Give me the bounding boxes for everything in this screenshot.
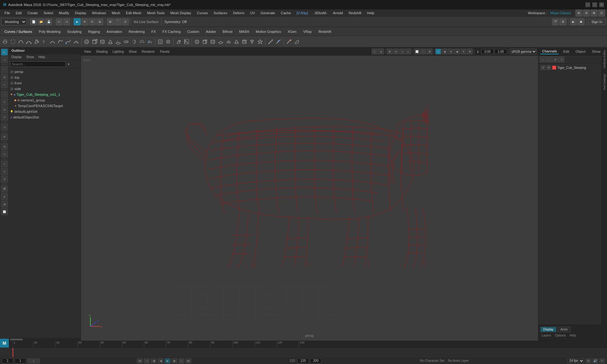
menu-surfaces[interactable]: Surfaces (211, 10, 230, 15)
playback-options-btn[interactable]: ⚙ (586, 358, 591, 363)
scale-btn[interactable]: ⊕ (1, 106, 8, 113)
rotate-btn[interactable]: ↻ (1, 99, 8, 106)
soft-select-btn[interactable]: ◎ (1, 124, 8, 130)
undo-btn[interactable]: ↩ (56, 18, 63, 25)
menu-uv[interactable]: UV (248, 10, 257, 15)
grid-btn[interactable]: ⊞ (1, 143, 8, 150)
menu-arnold[interactable]: Arnold (330, 10, 346, 15)
save-file-btn[interactable]: 💾 (45, 18, 52, 25)
lasso-btn[interactable]: ⌒ (1, 66, 8, 73)
go-start-btn[interactable]: ⏮ (137, 358, 143, 363)
vp-menu-renderer[interactable]: Renderer (140, 49, 157, 54)
select-mode-btn[interactable]: ▶ (1, 49, 8, 56)
vp-btn-frame-prev[interactable]: ◁ (399, 49, 405, 54)
next-frame-btn[interactable]: ▷ (179, 358, 184, 363)
curve-3pt-arc-btn[interactable] (57, 38, 64, 46)
tab-mash[interactable]: MASH (236, 29, 252, 34)
mode-dropdown[interactable]: Modeling (1, 18, 27, 25)
tool-settings-btn[interactable]: ⚙ (1, 176, 8, 183)
timeline-track[interactable] (0, 348, 607, 357)
move-btn[interactable]: ↕ (1, 91, 8, 98)
curve-bezier-btn[interactable] (17, 38, 25, 46)
play-back-btn[interactable]: ◀ (158, 358, 163, 363)
attr-editor-btn[interactable]: ⊡ (1, 168, 8, 175)
poly-cone-btn[interactable] (233, 38, 240, 46)
tab-xgen[interactable]: XGen (285, 29, 300, 34)
menu-curves[interactable]: Curves (194, 10, 211, 15)
menu-cache[interactable]: Cache (278, 10, 293, 15)
outliner-item-camera-group[interactable]: ▶ ⊞ camera1_group (9, 97, 81, 103)
joint-tool-btn[interactable] (267, 38, 274, 46)
render-view-btn[interactable]: 🎬 (1, 185, 8, 192)
snap-all-btn[interactable]: ⊙ (1, 151, 8, 158)
vp-btn-wireframe[interactable]: ⊞ (427, 49, 432, 54)
surface-nurbs-cone-btn[interactable] (107, 38, 114, 46)
poly-misc-btn[interactable] (256, 38, 264, 46)
menu-edit[interactable]: Edit (13, 10, 24, 15)
audio-btn[interactable]: 🔊 (592, 358, 598, 363)
layout-btn-4[interactable]: ⊡ (598, 9, 605, 16)
vp-btn-camera[interactable]: 🎥 (372, 49, 377, 54)
channel-v-btn[interactable]: V (541, 65, 545, 70)
outliner-item-defaultlightset[interactable]: 💡 defaultLightSet (9, 109, 81, 114)
rp-btn-3[interactable]: ⊞ (552, 57, 558, 62)
vp-menu-view[interactable]: View (82, 49, 93, 54)
node-editor-btn[interactable]: ◉ (1, 201, 8, 208)
channel-p-btn[interactable]: P (547, 65, 551, 70)
close-button[interactable]: ✕ (599, 3, 604, 7)
outliner-scrollbar[interactable] (9, 338, 81, 341)
fps-dropdown[interactable]: 24 fps (567, 358, 584, 363)
playback-end-input[interactable] (297, 358, 309, 363)
uv-editor-btn[interactable] (183, 38, 190, 46)
timeline-ruler[interactable]: 1 10 20 30 40 50 60 70 80 90 100 110 120… (0, 341, 607, 348)
outliner-item-tempcam[interactable]: ✦ TempCamFBXASC046Target (9, 103, 81, 109)
render-btn[interactable]: 🎬 (552, 18, 559, 25)
rotate-tool-btn[interactable]: ↻ (89, 18, 96, 25)
poly-cylinder-btn[interactable] (209, 38, 217, 46)
vp-btn-toggle-lights[interactable]: ☀ (435, 49, 441, 54)
vp-value1-input[interactable] (481, 49, 494, 54)
tab-curves-surfaces[interactable]: Curves / Surfaces (1, 29, 35, 34)
outliner-menu-display[interactable]: Display (9, 55, 24, 59)
paint-effects-btn[interactable] (285, 38, 293, 46)
surface-nurbs-cube-btn[interactable] (91, 38, 98, 46)
rp-tab-show[interactable]: Show (590, 49, 603, 54)
vp-btn-frame-all[interactable]: ⊞ (387, 49, 392, 54)
redo-btn[interactable]: ↪ (63, 18, 70, 25)
stop-btn[interactable]: ⏹ (578, 18, 585, 25)
tab-rendering[interactable]: Rendering (126, 29, 148, 34)
tab-display-layers[interactable]: Display (540, 327, 556, 332)
scene-view-btn[interactable]: ⬜ (1, 208, 8, 215)
vp-menu-panels[interactable]: Panels (158, 49, 172, 54)
tab-fx-caching[interactable]: FX Caching (159, 29, 184, 34)
outliner-search-arrow[interactable]: ▼ (67, 63, 70, 66)
tab-motion-graphics[interactable]: Motion Graphics (253, 29, 284, 34)
curve-pencil-btn[interactable] (33, 38, 40, 46)
curve-rebuild-btn[interactable] (72, 38, 80, 46)
ik-tool-btn[interactable] (275, 38, 282, 46)
curve-cv-btn[interactable] (1, 38, 9, 46)
vp-btn-motion-blur[interactable]: ≋ (448, 49, 454, 54)
vp-btn-screen-effects[interactable]: ✦ (461, 49, 466, 54)
deform-lattice-btn[interactable] (156, 38, 164, 46)
paint-selection-btn[interactable]: ⊙ (1, 56, 8, 63)
vp-menu-lighting[interactable]: Lighting (111, 49, 126, 54)
attribute-editor-strip[interactable]: Attribute Editor (602, 47, 607, 71)
curve-ep-btn[interactable] (9, 38, 17, 46)
vp-gamma-select[interactable]: sRGB gamma (510, 49, 537, 54)
frame-label-input[interactable] (15, 358, 26, 363)
play-btn[interactable]: ▶ (570, 18, 577, 25)
vp-btn-shade[interactable]: ⬛ (420, 49, 426, 54)
vp-value2-input[interactable] (494, 49, 507, 54)
range-end-input[interactable] (310, 358, 322, 363)
vp-btn-show-grid[interactable]: ⊞ (467, 49, 473, 54)
open-file-btn[interactable]: 📂 (38, 18, 45, 25)
surface-lofted-btn[interactable] (138, 38, 146, 46)
menu-edit-mesh[interactable]: Edit Mesh (123, 10, 144, 15)
vp-btn-toggle-shadows[interactable]: ◑ (442, 49, 447, 54)
vp-menu-show[interactable]: Show (127, 49, 138, 54)
hypershade-btn[interactable]: ◈ (1, 193, 8, 200)
surface-nurbs-sphere-btn[interactable] (83, 38, 90, 46)
menu-select[interactable]: Select (41, 10, 56, 15)
outliner-search-input[interactable] (10, 61, 66, 67)
